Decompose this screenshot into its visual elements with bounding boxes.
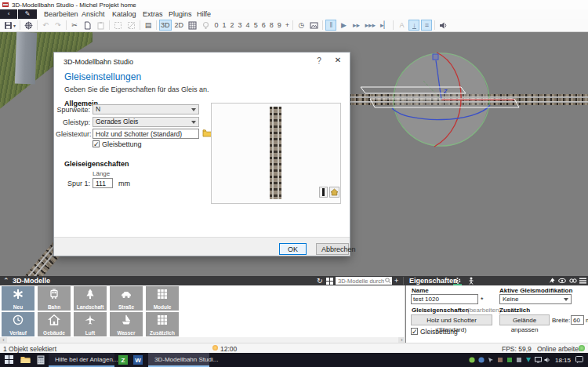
camera-add-button[interactable]: + xyxy=(283,21,291,29)
tile-strasse[interactable]: Straße xyxy=(110,286,143,311)
save-button[interactable]: ▾ xyxy=(2,20,17,31)
layers-button[interactable]: ▤ xyxy=(143,20,154,31)
tray-tool-icon[interactable] xyxy=(497,357,503,363)
tile-verlauf[interactable]: Verlauf xyxy=(2,312,34,336)
tile-wasser[interactable]: Wasser xyxy=(110,312,143,336)
notification-icon[interactable] xyxy=(575,356,582,362)
menu-ansicht[interactable]: Ansicht xyxy=(77,9,110,19)
add-model-button[interactable]: + xyxy=(394,276,398,285)
collapse-panel-button[interactable]: ⌃ xyxy=(3,276,9,285)
tray-teal-icon[interactable] xyxy=(525,357,532,363)
tile-neu[interactable]: Neu xyxy=(2,286,34,311)
fast-forward-button[interactable]: ▸▸ xyxy=(350,20,361,31)
view-3d-button[interactable]: 3D xyxy=(159,20,172,31)
dialog-help-button[interactable]: ? xyxy=(314,56,325,67)
start-button[interactable] xyxy=(5,355,13,364)
tile-module[interactable]: Module xyxy=(146,286,179,311)
tile-gebaeude[interactable]: Gebäude xyxy=(38,312,71,336)
undo-button[interactable]: ↶ xyxy=(40,20,51,31)
camera-8-button[interactable]: 8 xyxy=(267,21,275,29)
tile-landschaft[interactable]: Landschaft xyxy=(74,286,107,311)
spur1-length-input[interactable] xyxy=(93,178,113,188)
redo-button[interactable]: ↷ xyxy=(53,20,64,31)
screenshot-button[interactable] xyxy=(308,20,320,31)
selected-track[interactable] xyxy=(350,94,588,105)
taskbar-app-mbs[interactable]: 3D-Modellbahn Studi... xyxy=(148,353,209,367)
edit-mode-button[interactable]: ✎ xyxy=(18,9,37,19)
snap-rows-button[interactable]: ≡ xyxy=(421,20,432,31)
scroll-right-arrow[interactable]: › xyxy=(398,337,405,343)
settings-gear-icon[interactable] xyxy=(453,277,462,285)
preview-track-button[interactable] xyxy=(319,187,328,198)
back-button[interactable]: ‹ xyxy=(0,9,17,19)
tray-clock[interactable]: 18:15 xyxy=(555,357,571,364)
labels-button[interactable]: A xyxy=(396,20,407,31)
tray-volume-icon[interactable] xyxy=(544,357,550,363)
paste-button[interactable] xyxy=(95,20,107,31)
view-2d-button[interactable]: 2D xyxy=(173,20,186,31)
tray-cursor-icon[interactable] xyxy=(488,357,494,363)
taskbar-app-word[interactable]: W xyxy=(133,355,143,365)
sim-time[interactable]: 12:00 xyxy=(220,345,237,353)
gleisbettung-checkbox[interactable]: ✓ xyxy=(93,140,100,148)
window-titlebar[interactable]: 3D-Modellbahn Studio - Michel Projekt ho… xyxy=(0,0,588,9)
camera-6-button[interactable]: 6 xyxy=(260,21,267,29)
breite-input[interactable] xyxy=(571,315,584,325)
menu-hilfe[interactable]: Hilfe xyxy=(192,9,216,19)
online-status[interactable]: Online arbeiten xyxy=(537,345,583,353)
tray-square-green-icon[interactable] xyxy=(506,357,513,363)
camera-5-button[interactable]: 5 xyxy=(252,21,260,29)
camera-2-button[interactable]: 2 xyxy=(228,21,236,29)
tab-eigenschaften[interactable]: Eigenschaften xyxy=(409,276,458,285)
horizontal-scrollbar[interactable]: ‹ › xyxy=(0,337,405,343)
publish-button[interactable] xyxy=(23,20,34,31)
search-input[interactable] xyxy=(336,277,392,285)
scroll-left-arrow[interactable]: ‹ xyxy=(0,337,7,343)
calculator-button[interactable] xyxy=(37,355,45,365)
modifikation-dropdown[interactable]: Keine xyxy=(499,294,572,304)
ok-button[interactable]: OK xyxy=(279,243,307,255)
taskbar-app-hilfe[interactable]: Hilfe bei der Anlagen... xyxy=(49,353,114,367)
tile-zusaetzlich[interactable]: Zusätzlich xyxy=(146,312,179,336)
tile-bahn[interactable]: Bahn xyxy=(38,286,71,311)
gleistyp-dropdown[interactable]: Gerades Gleis xyxy=(93,117,199,127)
dialog-title[interactable]: 3D-Modellbahn Studio xyxy=(64,58,133,66)
skip-end-button[interactable]: ▸▏ xyxy=(379,20,390,31)
gleisbettung-checkbox[interactable]: ✓ xyxy=(411,328,418,336)
cancel-button[interactable]: Abbrechen xyxy=(316,243,349,255)
dialog-close-button[interactable]: ✕ xyxy=(332,56,343,66)
faster-forward-button[interactable]: ▸▸▸ xyxy=(363,20,377,31)
textur-button[interactable]: Holz und Schotter (Standard) xyxy=(411,314,492,325)
menu-extras[interactable]: Extras xyxy=(138,9,168,19)
deselect-button[interactable] xyxy=(125,20,137,31)
refresh-button[interactable]: ↻ xyxy=(317,276,323,285)
name-input[interactable] xyxy=(411,294,478,304)
camera-9-button[interactable]: 9 xyxy=(275,21,283,29)
pause-button[interactable]: ‖ xyxy=(325,20,336,31)
light-button[interactable] xyxy=(200,20,212,31)
spurweite-dropdown[interactable]: N xyxy=(93,104,199,114)
file-explorer-button[interactable] xyxy=(20,355,31,364)
menu-katalog[interactable]: Katalog xyxy=(107,9,141,19)
preview-reset-view-button[interactable] xyxy=(329,187,339,198)
volume-button[interactable] xyxy=(437,20,449,31)
cut-button[interactable]: ✂ xyxy=(69,20,80,31)
camera-0-button[interactable]: 0 xyxy=(212,21,220,29)
bearbeiten-link[interactable]: (bearbeiten) xyxy=(467,307,501,314)
tray-green-icon[interactable] xyxy=(469,357,475,363)
taskbar-app-zip[interactable]: Z xyxy=(118,355,128,365)
play-button[interactable]: ▶ xyxy=(338,20,349,31)
copy-button[interactable] xyxy=(82,20,93,31)
camera-4-button[interactable]: 4 xyxy=(244,21,252,29)
gravity-button[interactable]: ↓ xyxy=(408,20,419,31)
tray-gray-icon[interactable] xyxy=(516,357,522,363)
select-all-button[interactable] xyxy=(112,20,124,31)
tray-blue-icon[interactable] xyxy=(478,357,485,363)
camera-3-button[interactable]: 3 xyxy=(236,21,244,29)
camera-1-button[interactable]: 1 xyxy=(220,21,228,29)
tile-luft[interactable]: Luft xyxy=(74,312,107,336)
gleistextur-input[interactable] xyxy=(93,129,199,139)
clock-button[interactable]: ◷ xyxy=(296,20,307,31)
tray-monitor-icon[interactable] xyxy=(535,357,541,363)
gelaende-button[interactable]: Gelände anpassen xyxy=(499,314,550,325)
